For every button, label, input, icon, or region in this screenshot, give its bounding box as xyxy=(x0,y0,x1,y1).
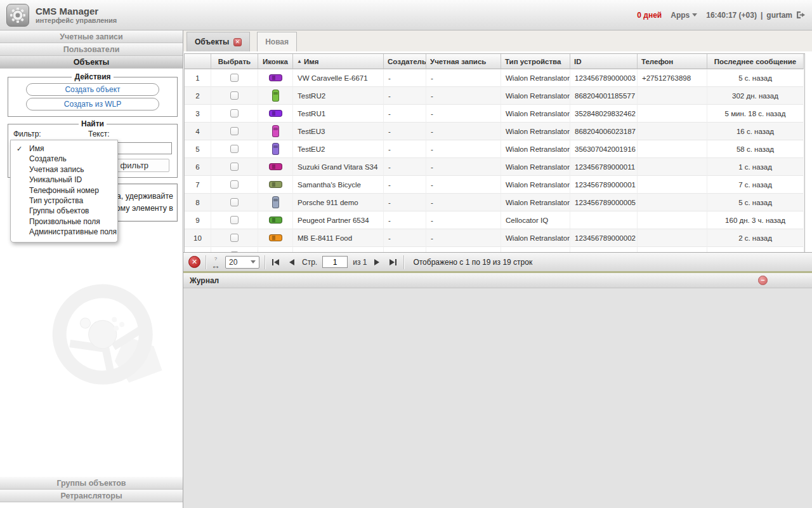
sidebar-item-группы-объектов[interactable]: Группы объектов xyxy=(0,477,183,490)
filter-option[interactable]: Учетная запись xyxy=(11,164,117,175)
days-left-badge[interactable]: 0 дней xyxy=(637,11,662,20)
page-label: Стр. xyxy=(302,258,317,267)
sidebar-spacer xyxy=(0,502,183,508)
row-checkbox[interactable] xyxy=(230,216,239,224)
apps-menu[interactable]: Apps xyxy=(671,11,697,20)
column-header-num[interactable] xyxy=(185,54,211,69)
vehicle-icon-window xyxy=(272,76,275,80)
row-checkbox[interactable] xyxy=(230,180,239,189)
first-page-button[interactable] xyxy=(270,258,282,266)
sidebar-content: Действия Создать объект Создать из WLP Н… xyxy=(0,69,183,477)
cell-name[interactable]: Suzuki Grand Vitara S34 xyxy=(293,158,384,176)
row-checkbox[interactable] xyxy=(230,109,239,117)
sidebar-item-ретрансляторы[interactable]: Ретрансляторы xyxy=(0,490,183,502)
page-of-label: из 1 xyxy=(353,258,367,267)
vehicle-icon xyxy=(269,110,282,117)
cell-device: Wialon Retranslator xyxy=(501,140,570,158)
row-checkbox[interactable] xyxy=(230,234,239,242)
rows-per-page-select[interactable]: 20 xyxy=(225,256,259,269)
sidebar-item-объекты[interactable]: Объекты xyxy=(0,56,183,69)
cell-creator: - xyxy=(384,158,426,176)
tab-objects[interactable]: Объекты ✕ xyxy=(187,32,250,51)
filter-option[interactable]: Тип устройства xyxy=(11,196,117,206)
column-header-last_msg[interactable]: Последнее сообщение xyxy=(707,54,804,69)
cell-name[interactable]: Samantha's Bicycle xyxy=(293,176,384,194)
column-header-account[interactable]: Учетная запись xyxy=(426,54,501,69)
filter-option[interactable]: Произвольные поля xyxy=(11,217,117,227)
close-tab-icon[interactable]: ✕ xyxy=(233,38,242,46)
cell-last_msg: 1 с. назад xyxy=(707,158,804,176)
cell-device: Wialon Retranslator xyxy=(501,158,570,176)
vehicle-icon xyxy=(272,125,279,137)
tab-bar: Объекты ✕ Новая xyxy=(183,30,812,51)
logout-icon[interactable] xyxy=(796,11,806,19)
cell-id xyxy=(570,211,638,229)
column-header-check[interactable]: Выбрать xyxy=(211,54,258,69)
vehicle-icon xyxy=(269,74,282,81)
row-checkbox[interactable] xyxy=(230,91,239,100)
cell-name[interactable]: TestRU2 xyxy=(293,87,384,105)
cell-last_msg: 58 с. назад xyxy=(707,140,804,158)
cell-name[interactable]: Peugeot Partner 6534 xyxy=(293,211,384,229)
row-checkbox[interactable] xyxy=(230,163,239,171)
tab-new[interactable]: Новая xyxy=(257,32,297,51)
cell-creator: - xyxy=(384,87,426,105)
column-header-creator[interactable]: Создатель xyxy=(384,54,426,69)
cell-num: 6 xyxy=(185,158,211,176)
filter-option[interactable]: Уникальный ID xyxy=(11,175,117,185)
create-object-button[interactable]: Создать объект xyxy=(26,83,159,96)
cell-last_msg: 302 дн. назад xyxy=(707,87,804,105)
filter-dropdown-menu: ✓ИмяСоздательУчетная записьУникальный ID… xyxy=(10,140,118,243)
sidebar: Учетные записиПользователиОбъекты Действ… xyxy=(0,30,183,508)
fit-columns-icon[interactable]: ? ↔ xyxy=(211,256,220,269)
collapse-journal-icon[interactable]: − xyxy=(758,276,768,285)
cell-account: - xyxy=(426,194,501,211)
cell-creator: - xyxy=(384,140,426,158)
vehicle-icon xyxy=(269,217,282,224)
row-checkbox[interactable] xyxy=(230,198,239,206)
sidebar-item-пользователи[interactable]: Пользователи xyxy=(0,43,183,56)
cell-creator: - xyxy=(384,69,426,87)
username[interactable]: gurtam xyxy=(766,11,792,20)
cell-num: 3 xyxy=(185,105,211,123)
row-checkbox[interactable] xyxy=(230,74,239,82)
objects-table: ВыбратьИконка▲ИмяСоздательУчетная запись… xyxy=(184,53,805,271)
filter-option[interactable]: Группы объектов xyxy=(11,206,117,216)
next-page-button[interactable] xyxy=(372,258,382,266)
cell-name[interactable]: Porsche 911 demo xyxy=(293,194,384,211)
create-from-wlp-button[interactable]: Создать из WLP xyxy=(26,98,159,110)
column-header-device[interactable]: Тип устройства xyxy=(501,54,570,69)
column-header-phone[interactable]: Телефон xyxy=(638,54,707,69)
sidebar-item-учетные-записи[interactable]: Учетные записи xyxy=(0,30,183,43)
vehicle-icon-window xyxy=(273,128,278,130)
prev-page-button[interactable] xyxy=(287,258,297,266)
filter-option[interactable]: Телефонный номер xyxy=(11,185,117,196)
row-checkbox[interactable] xyxy=(230,127,239,135)
cell-check xyxy=(211,69,258,87)
cell-icon xyxy=(258,105,293,123)
clear-selection-button[interactable]: ✕ xyxy=(188,256,200,268)
cell-check xyxy=(211,140,258,158)
row-checkbox[interactable] xyxy=(230,145,239,153)
cell-name[interactable]: TestEU3 xyxy=(293,123,384,140)
cell-name[interactable]: TestEU2 xyxy=(293,140,384,158)
column-header-id[interactable]: ID xyxy=(570,54,638,69)
app-logo xyxy=(6,4,29,27)
vehicle-icon xyxy=(269,234,282,241)
column-header-icon[interactable]: Иконка xyxy=(258,54,293,69)
page-number-input[interactable] xyxy=(322,256,348,268)
cell-name[interactable]: MB E-8411 Food xyxy=(293,229,384,247)
cell-last_msg: 16 с. назад xyxy=(707,123,804,140)
cell-name[interactable]: VW Caravelle E-6671 xyxy=(293,69,384,87)
filter-option[interactable]: Создатель xyxy=(11,154,117,164)
last-page-button[interactable] xyxy=(387,258,398,266)
filter-option[interactable]: ✓Имя xyxy=(11,144,117,154)
cell-icon xyxy=(258,176,293,194)
cell-id: 123456789000003 xyxy=(570,69,638,87)
cell-name[interactable]: TestRU1 xyxy=(293,105,384,123)
cell-num: 9 xyxy=(185,211,211,229)
column-header-name[interactable]: ▲Имя xyxy=(293,54,384,69)
vehicle-icon-window xyxy=(273,199,278,201)
filter-option[interactable]: Административные поля xyxy=(11,227,117,237)
actions-panel: Действия Создать объект Создать из WLP xyxy=(8,72,178,117)
